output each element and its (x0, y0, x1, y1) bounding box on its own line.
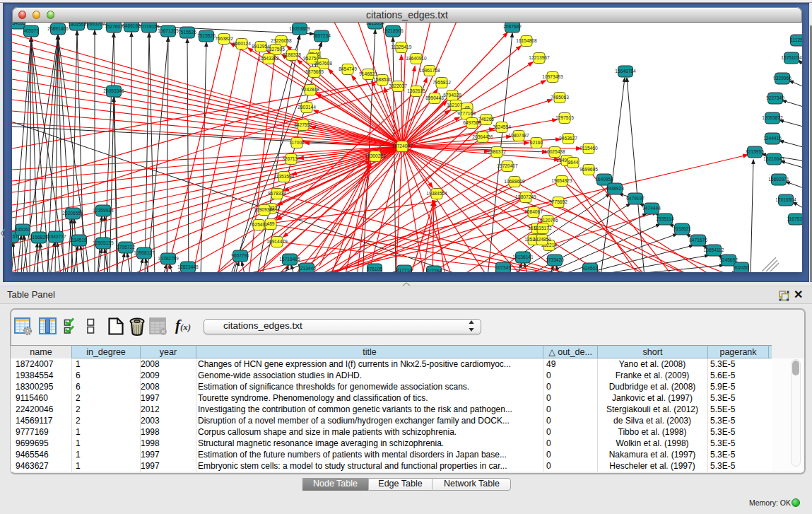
svg-text:9775692: 9775692 (549, 199, 567, 204)
svg-text:9084067: 9084067 (524, 209, 543, 214)
svg-text:9777169: 9777169 (457, 111, 476, 116)
svg-text:6794028: 6794028 (443, 93, 461, 98)
svg-text:9463627: 9463627 (559, 136, 577, 141)
svg-text:435061: 435061 (15, 227, 30, 232)
svg-text:16210643: 16210643 (763, 156, 784, 161)
svg-text:10958127: 10958127 (134, 250, 155, 255)
svg-text:15692971: 15692971 (768, 177, 789, 182)
svg-text:417714: 417714 (396, 268, 412, 272)
svg-text:7857234: 7857234 (312, 33, 331, 38)
svg-text:1588520: 1588520 (373, 77, 392, 82)
svg-text:164095: 164095 (12, 23, 25, 25)
svg-text:11325419: 11325419 (392, 45, 412, 49)
svg-text:1527602: 1527602 (105, 24, 123, 29)
svg-text:6479197: 6479197 (626, 196, 645, 201)
svg-text:10025438: 10025438 (544, 149, 565, 154)
svg-text:8427552: 8427552 (294, 122, 312, 127)
svg-text:10973493: 10973493 (542, 74, 563, 79)
svg-text:16053809: 16053809 (289, 26, 310, 31)
svg-text:9327505: 9327505 (266, 47, 285, 52)
svg-text:1213440: 1213440 (298, 266, 316, 271)
svg-text:16120746: 16120746 (537, 218, 558, 223)
svg-text:9699695: 9699695 (579, 167, 598, 172)
svg-text:2935114: 2935114 (656, 216, 674, 221)
svg-text:20206556: 20206556 (62, 211, 83, 216)
svg-text:117004: 117004 (289, 140, 305, 145)
svg-text:7515526: 7515526 (178, 30, 196, 35)
svg-text:16154808: 16154808 (516, 38, 537, 43)
svg-text:10807487: 10807487 (508, 133, 529, 138)
svg-text:9245652: 9245652 (719, 257, 738, 262)
svg-text:7632621: 7632621 (673, 226, 691, 231)
svg-text:1640954: 1640954 (595, 177, 613, 182)
svg-text:9227349: 9227349 (766, 95, 784, 100)
svg-text:62160: 62160 (530, 140, 543, 145)
svg-text:15720407: 15720407 (497, 163, 518, 168)
svg-text:1901557: 1901557 (68, 23, 86, 27)
svg-text:3822037: 3822037 (389, 83, 407, 88)
svg-text:1297515: 1297515 (555, 115, 574, 120)
svg-text:1362615: 1362615 (407, 88, 425, 93)
svg-text:8938923: 8938923 (606, 186, 624, 191)
svg-text:5875685: 5875685 (305, 69, 324, 74)
svg-text:12342737: 12342737 (45, 234, 66, 239)
svg-text:1244415: 1244415 (763, 136, 782, 141)
svg-text:3624554: 3624554 (493, 124, 511, 129)
svg-text:10543382: 10543382 (258, 56, 279, 61)
svg-text:107343: 107343 (495, 265, 511, 270)
svg-text:8215955: 8215955 (746, 149, 764, 154)
svg-text:2087682: 2087682 (503, 24, 522, 29)
svg-text:817264: 817264 (426, 269, 442, 272)
svg-text:7663822: 7663822 (215, 36, 233, 41)
svg-text:18300295: 18300295 (365, 153, 386, 158)
svg-text:8813054: 8813054 (366, 23, 384, 25)
svg-text:12823448: 12823448 (177, 264, 199, 269)
svg-text:16671355: 16671355 (158, 28, 179, 33)
svg-text:10688609: 10688609 (504, 179, 525, 184)
svg-text:7485063: 7485063 (551, 95, 569, 100)
svg-text:7625402: 7625402 (249, 222, 268, 227)
svg-text:6466160: 6466160 (122, 23, 141, 28)
svg-text:18640910: 18640910 (406, 56, 427, 61)
svg-text:16782759: 16782759 (158, 256, 179, 261)
svg-text:6497568: 6497568 (463, 120, 481, 125)
svg-text:9115460: 9115460 (579, 146, 598, 151)
svg-text:111256: 111256 (790, 37, 802, 42)
svg-text:8660124: 8660124 (233, 41, 251, 46)
svg-text:20691406: 20691406 (47, 26, 69, 31)
svg-text:924501: 924501 (582, 266, 598, 271)
svg-text:16909348: 16909348 (254, 207, 275, 212)
svg-text:20364436: 20364436 (472, 134, 493, 139)
svg-text:8678334: 8678334 (268, 191, 286, 196)
svg-text:14136141: 14136141 (512, 255, 534, 259)
svg-text:12505135: 12505135 (93, 240, 114, 245)
svg-text:18724007: 18724007 (392, 144, 413, 148)
svg-text:10654112: 10654112 (704, 247, 724, 252)
svg-text:9115172: 9115172 (534, 226, 552, 230)
svg-text:15751074: 15751074 (781, 55, 802, 60)
svg-text:12093872: 12093872 (762, 115, 783, 120)
svg-text:2967608: 2967608 (314, 61, 332, 66)
svg-text:10653267: 10653267 (84, 23, 105, 26)
svg-text:1733426: 1733426 (546, 257, 564, 262)
svg-text:8471676: 8471676 (689, 238, 707, 243)
svg-text:10719155: 10719155 (139, 24, 160, 29)
svg-text:23226058: 23226058 (271, 38, 292, 43)
svg-text:8990448: 8990448 (425, 95, 444, 100)
svg-text:16914479: 16914479 (266, 239, 288, 244)
svg-text:7986372: 7986372 (488, 149, 506, 154)
svg-text:9242848: 9242848 (301, 87, 319, 92)
svg-text:902450: 902450 (734, 265, 749, 270)
svg-text:1795722: 1795722 (117, 245, 135, 250)
svg-text:1167533: 1167533 (787, 216, 802, 221)
svg-text:19218506: 19218506 (382, 28, 404, 33)
svg-text:17359924: 17359924 (93, 208, 114, 213)
svg-text:8454749: 8454749 (339, 66, 357, 71)
svg-text:3267130: 3267130 (282, 156, 300, 161)
svg-text:20053346: 20053346 (103, 88, 124, 93)
svg-text:7515526: 7515526 (197, 33, 216, 38)
svg-text:12213967: 12213967 (529, 55, 550, 60)
svg-text:2803144: 2803144 (298, 105, 316, 110)
svg-text:1324851: 1324851 (533, 237, 551, 242)
svg-text:18807249: 18807249 (515, 194, 536, 199)
